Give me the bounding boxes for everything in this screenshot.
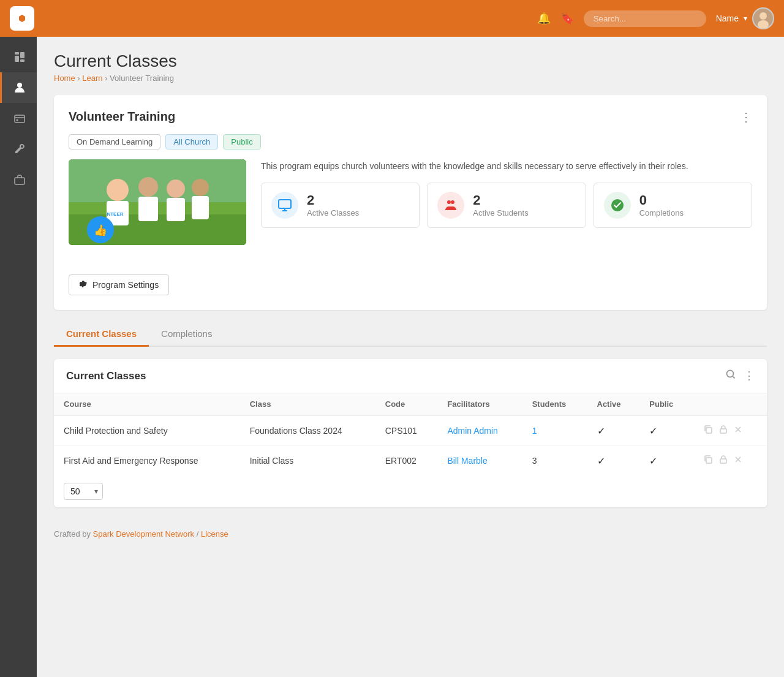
- program-card: Volunteer Training ⋮ On Demand Learning …: [54, 95, 767, 310]
- program-image: 👍 NTEER: [69, 159, 246, 245]
- row2-facilitator-link[interactable]: Bill Marble: [447, 456, 487, 466]
- pagination-row: 10 25 50 100: [54, 475, 767, 507]
- row1-code: CPS101: [375, 415, 438, 446]
- user-dropdown-icon: ▾: [744, 14, 747, 23]
- svg-rect-32: [706, 458, 712, 463]
- svg-rect-21: [192, 196, 209, 219]
- main-tabs: Current Classes Completions: [54, 322, 767, 347]
- svg-rect-3: [15, 52, 19, 55]
- top-nav-icons: 🔔 🔖 Name ▾: [537, 7, 774, 29]
- col-public: Public: [639, 393, 692, 415]
- footer-text: Crafted by: [54, 529, 91, 539]
- footer-separator: /: [197, 529, 201, 539]
- sidebar-item-tools[interactable]: [0, 134, 37, 164]
- row2-public: ✓: [639, 446, 692, 476]
- svg-rect-5: [20, 52, 24, 58]
- program-tags: On Demand Learning All Church Public: [69, 134, 752, 149]
- row1-copy-icon[interactable]: [703, 426, 715, 436]
- svg-rect-6: [20, 59, 24, 62]
- tag-all-church: All Church: [165, 134, 218, 149]
- sidebar-item-briefcase[interactable]: [0, 164, 37, 195]
- tag-public: Public: [223, 134, 260, 149]
- row2-course: First Aid and Emergency Response: [54, 446, 240, 476]
- row1-students: 1: [522, 415, 587, 446]
- row1-students-link[interactable]: 1: [532, 426, 537, 436]
- svg-text:NTEER: NTEER: [107, 211, 123, 217]
- svg-point-27: [451, 200, 454, 204]
- svg-rect-25: [279, 200, 291, 208]
- row2-copy-icon[interactable]: [703, 456, 715, 466]
- stat-active-classes: 2 Active Classes: [261, 183, 420, 228]
- program-settings-button[interactable]: Program Settings: [69, 274, 169, 295]
- breadcrumb-home[interactable]: Home: [54, 74, 75, 83]
- tag-on-demand: On Demand Learning: [69, 134, 160, 149]
- program-menu-icon[interactable]: ⋮: [740, 110, 752, 124]
- row1-delete-icon[interactable]: [733, 426, 743, 436]
- footer: Crafted by Spark Development Network / L…: [54, 520, 767, 548]
- user-name-label: Name: [716, 13, 739, 23]
- col-active: Active: [587, 393, 640, 415]
- page-title: Current Classes: [54, 51, 767, 71]
- global-search-input[interactable]: [584, 10, 706, 27]
- avatar[interactable]: [752, 7, 774, 29]
- program-title: Volunteer Training: [69, 110, 175, 124]
- active-students-icon: [437, 192, 464, 219]
- user-menu[interactable]: Name ▾: [716, 7, 774, 29]
- footer-spark-link[interactable]: Spark Development Network: [93, 529, 194, 539]
- breadcrumb-learn[interactable]: Learn: [82, 74, 102, 83]
- active-classes-label: Active Classes: [307, 208, 359, 217]
- stat-completions: 0 Completions: [594, 183, 752, 228]
- classes-menu-icon[interactable]: ⋮: [744, 369, 755, 383]
- svg-rect-10: [15, 178, 24, 184]
- footer-license-link[interactable]: License: [201, 529, 228, 539]
- col-class: Class: [240, 393, 375, 415]
- sidebar-item-dashboard[interactable]: [0, 42, 37, 72]
- notification-icon[interactable]: 🔔: [537, 12, 551, 25]
- svg-rect-12: [69, 159, 246, 202]
- active-classes-number: 2: [307, 194, 359, 207]
- program-description: This program equips church volunteers wi…: [261, 159, 752, 173]
- svg-point-29: [727, 371, 734, 377]
- svg-text:👍: 👍: [94, 224, 108, 237]
- sidebar-item-finance[interactable]: [0, 103, 37, 134]
- svg-point-7: [17, 83, 22, 88]
- row1-actions: [692, 415, 767, 446]
- row1-active: ✓: [587, 415, 640, 446]
- active-classes-icon: [271, 192, 298, 219]
- app-logo[interactable]: [10, 6, 34, 31]
- per-page-select[interactable]: 10 25 50 100: [64, 483, 103, 500]
- tab-current-classes[interactable]: Current Classes: [54, 322, 149, 347]
- sidebar-item-people[interactable]: [0, 72, 37, 103]
- active-students-number: 2: [473, 194, 528, 207]
- svg-point-14: [107, 179, 129, 201]
- row2-actions: [692, 446, 767, 476]
- svg-point-20: [192, 179, 209, 196]
- svg-rect-4: [15, 56, 19, 62]
- tab-completions[interactable]: Completions: [149, 322, 224, 347]
- col-actions: [692, 393, 767, 415]
- col-facilitators: Facilitators: [437, 393, 522, 415]
- gear-icon: [79, 281, 88, 289]
- program-right: This program equips church volunteers wi…: [261, 159, 752, 228]
- row2-delete-icon[interactable]: [733, 456, 743, 466]
- col-code: Code: [375, 393, 438, 415]
- row1-class: Foundations Class 2024: [240, 415, 375, 446]
- row1-lock-icon[interactable]: [718, 426, 731, 436]
- svg-rect-17: [138, 197, 158, 221]
- svg-point-16: [138, 177, 158, 197]
- table-row: First Aid and Emergency Response Initial…: [54, 446, 767, 476]
- col-course: Course: [54, 393, 240, 415]
- completions-label: Completions: [639, 208, 684, 217]
- row1-facilitator-link[interactable]: Admin Admin: [447, 426, 497, 436]
- svg-rect-19: [167, 198, 185, 221]
- row2-active: ✓: [587, 446, 640, 476]
- sidebar: [0, 37, 37, 677]
- row2-students: 3: [522, 446, 587, 476]
- classes-search-icon[interactable]: [725, 369, 736, 383]
- program-settings-label: Program Settings: [92, 280, 159, 290]
- row1-course: Child Protection and Safety: [54, 415, 240, 446]
- top-nav: 🔔 🔖 Name ▾: [0, 0, 784, 37]
- completions-icon: [604, 192, 631, 219]
- bookmark-icon[interactable]: 🔖: [560, 12, 574, 25]
- row2-lock-icon[interactable]: [718, 456, 731, 466]
